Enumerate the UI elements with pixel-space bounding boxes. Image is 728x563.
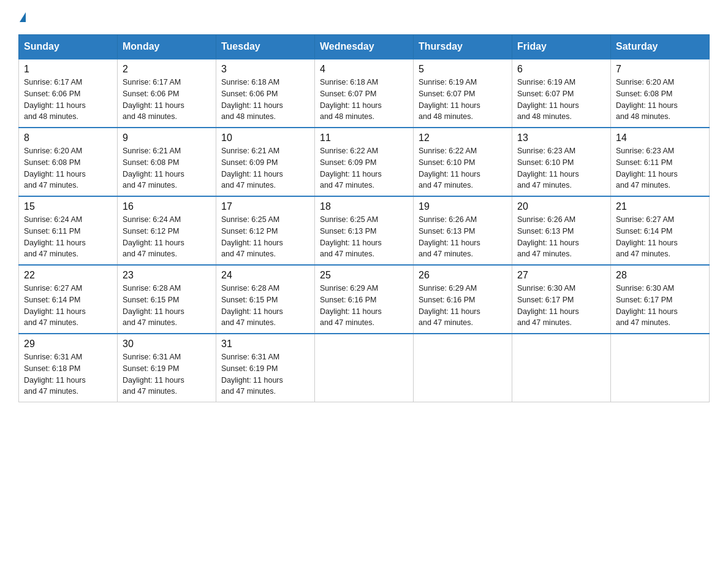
- calendar-cell: 8Sunrise: 6:20 AMSunset: 6:08 PMDaylight…: [19, 128, 118, 196]
- day-number: 5: [419, 64, 507, 75]
- calendar-cell: 10Sunrise: 6:21 AMSunset: 6:09 PMDayligh…: [216, 128, 315, 196]
- day-number: 27: [517, 270, 605, 281]
- logo: [18, 12, 26, 23]
- day-info: Sunrise: 6:31 AMSunset: 6:18 PMDaylight:…: [24, 351, 112, 397]
- day-number: 18: [320, 201, 408, 212]
- day-info: Sunrise: 6:28 AMSunset: 6:15 PMDaylight:…: [123, 283, 211, 329]
- day-info: Sunrise: 6:29 AMSunset: 6:16 PMDaylight:…: [419, 283, 507, 329]
- week-row-2: 8Sunrise: 6:20 AMSunset: 6:08 PMDaylight…: [19, 128, 710, 196]
- day-number: 17: [221, 201, 309, 212]
- day-info: Sunrise: 6:17 AMSunset: 6:06 PMDaylight:…: [24, 77, 112, 123]
- calendar-cell: 29Sunrise: 6:31 AMSunset: 6:18 PMDayligh…: [19, 334, 118, 402]
- day-number: 20: [517, 201, 605, 212]
- day-info: Sunrise: 6:23 AMSunset: 6:10 PMDaylight:…: [517, 145, 605, 191]
- day-info: Sunrise: 6:31 AMSunset: 6:19 PMDaylight:…: [123, 351, 211, 397]
- day-number: 1: [24, 64, 112, 75]
- day-number: 9: [123, 132, 211, 144]
- day-header-wednesday: Wednesday: [315, 35, 414, 59]
- calendar-cell: 23Sunrise: 6:28 AMSunset: 6:15 PMDayligh…: [118, 265, 216, 334]
- calendar-cell: 25Sunrise: 6:29 AMSunset: 6:16 PMDayligh…: [315, 265, 414, 334]
- day-info: Sunrise: 6:20 AMSunset: 6:08 PMDaylight:…: [616, 77, 704, 123]
- day-number: 12: [419, 132, 507, 144]
- day-header-monday: Monday: [118, 35, 216, 59]
- day-number: 6: [517, 64, 605, 75]
- day-info: Sunrise: 6:28 AMSunset: 6:15 PMDaylight:…: [221, 283, 309, 329]
- calendar-cell: 27Sunrise: 6:30 AMSunset: 6:17 PMDayligh…: [512, 265, 611, 334]
- day-info: Sunrise: 6:25 AMSunset: 6:13 PMDaylight:…: [320, 214, 408, 260]
- day-info: Sunrise: 6:19 AMSunset: 6:07 PMDaylight:…: [419, 77, 507, 123]
- day-number: 4: [320, 64, 408, 75]
- calendar-cell: 9Sunrise: 6:21 AMSunset: 6:08 PMDaylight…: [118, 128, 216, 196]
- calendar-cell: 28Sunrise: 6:30 AMSunset: 6:17 PMDayligh…: [611, 265, 710, 334]
- day-number: 16: [123, 201, 211, 212]
- calendar-cell: 30Sunrise: 6:31 AMSunset: 6:19 PMDayligh…: [118, 334, 216, 402]
- day-info: Sunrise: 6:23 AMSunset: 6:11 PMDaylight:…: [616, 145, 704, 191]
- day-info: Sunrise: 6:24 AMSunset: 6:12 PMDaylight:…: [123, 214, 211, 260]
- calendar-cell: 26Sunrise: 6:29 AMSunset: 6:16 PMDayligh…: [414, 265, 512, 334]
- day-number: 7: [616, 64, 704, 75]
- day-header-saturday: Saturday: [611, 35, 710, 59]
- calendar-cell: [414, 334, 512, 402]
- calendar-cell: 15Sunrise: 6:24 AMSunset: 6:11 PMDayligh…: [19, 196, 118, 265]
- day-number: 25: [320, 270, 408, 281]
- day-info: Sunrise: 6:30 AMSunset: 6:17 PMDaylight:…: [616, 283, 704, 329]
- day-number: 15: [24, 201, 112, 212]
- calendar-cell: 20Sunrise: 6:26 AMSunset: 6:13 PMDayligh…: [512, 196, 611, 265]
- calendar-cell: [611, 334, 710, 402]
- week-row-4: 22Sunrise: 6:27 AMSunset: 6:14 PMDayligh…: [19, 265, 710, 334]
- day-number: 23: [123, 270, 211, 281]
- calendar-cell: 13Sunrise: 6:23 AMSunset: 6:10 PMDayligh…: [512, 128, 611, 196]
- week-row-1: 1Sunrise: 6:17 AMSunset: 6:06 PMDaylight…: [19, 59, 710, 128]
- day-info: Sunrise: 6:21 AMSunset: 6:09 PMDaylight:…: [221, 145, 309, 191]
- calendar-cell: 2Sunrise: 6:17 AMSunset: 6:06 PMDaylight…: [118, 59, 216, 128]
- day-info: Sunrise: 6:19 AMSunset: 6:07 PMDaylight:…: [517, 77, 605, 123]
- day-header-sunday: Sunday: [19, 35, 118, 59]
- week-row-5: 29Sunrise: 6:31 AMSunset: 6:18 PMDayligh…: [19, 334, 710, 402]
- day-number: 11: [320, 132, 408, 144]
- day-number: 19: [419, 201, 507, 212]
- calendar-cell: 14Sunrise: 6:23 AMSunset: 6:11 PMDayligh…: [611, 128, 710, 196]
- calendar-cell: 31Sunrise: 6:31 AMSunset: 6:19 PMDayligh…: [216, 334, 315, 402]
- calendar-cell: 6Sunrise: 6:19 AMSunset: 6:07 PMDaylight…: [512, 59, 611, 128]
- calendar-cell: 3Sunrise: 6:18 AMSunset: 6:06 PMDaylight…: [216, 59, 315, 128]
- day-number: 26: [419, 270, 507, 281]
- day-number: 22: [24, 270, 112, 281]
- day-number: 28: [616, 270, 704, 281]
- day-number: 30: [123, 339, 211, 350]
- day-info: Sunrise: 6:24 AMSunset: 6:11 PMDaylight:…: [24, 214, 112, 260]
- day-number: 13: [517, 132, 605, 144]
- calendar-table: SundayMondayTuesdayWednesdayThursdayFrid…: [18, 34, 710, 402]
- day-header-thursday: Thursday: [414, 35, 512, 59]
- day-number: 31: [221, 339, 309, 350]
- calendar-cell: 21Sunrise: 6:27 AMSunset: 6:14 PMDayligh…: [611, 196, 710, 265]
- logo-triangle-icon: [20, 12, 26, 22]
- calendar-cell: 4Sunrise: 6:18 AMSunset: 6:07 PMDaylight…: [315, 59, 414, 128]
- day-info: Sunrise: 6:26 AMSunset: 6:13 PMDaylight:…: [419, 214, 507, 260]
- day-number: 2: [123, 64, 211, 75]
- day-number: 29: [24, 339, 112, 350]
- day-info: Sunrise: 6:27 AMSunset: 6:14 PMDaylight:…: [24, 283, 112, 329]
- day-info: Sunrise: 6:17 AMSunset: 6:06 PMDaylight:…: [123, 77, 211, 123]
- calendar-cell: 11Sunrise: 6:22 AMSunset: 6:09 PMDayligh…: [315, 128, 414, 196]
- day-number: 21: [616, 201, 704, 212]
- day-info: Sunrise: 6:21 AMSunset: 6:08 PMDaylight:…: [123, 145, 211, 191]
- day-info: Sunrise: 6:25 AMSunset: 6:12 PMDaylight:…: [221, 214, 309, 260]
- day-info: Sunrise: 6:31 AMSunset: 6:19 PMDaylight:…: [221, 351, 309, 397]
- calendar-cell: 22Sunrise: 6:27 AMSunset: 6:14 PMDayligh…: [19, 265, 118, 334]
- day-number: 3: [221, 64, 309, 75]
- day-info: Sunrise: 6:18 AMSunset: 6:07 PMDaylight:…: [320, 77, 408, 123]
- week-row-3: 15Sunrise: 6:24 AMSunset: 6:11 PMDayligh…: [19, 196, 710, 265]
- day-number: 24: [221, 270, 309, 281]
- day-header-friday: Friday: [512, 35, 611, 59]
- calendar-cell: 24Sunrise: 6:28 AMSunset: 6:15 PMDayligh…: [216, 265, 315, 334]
- day-number: 8: [24, 132, 112, 144]
- calendar-cell: 7Sunrise: 6:20 AMSunset: 6:08 PMDaylight…: [611, 59, 710, 128]
- calendar-cell: 5Sunrise: 6:19 AMSunset: 6:07 PMDaylight…: [414, 59, 512, 128]
- days-of-week-row: SundayMondayTuesdayWednesdayThursdayFrid…: [19, 35, 710, 59]
- calendar-cell: 12Sunrise: 6:22 AMSunset: 6:10 PMDayligh…: [414, 128, 512, 196]
- day-info: Sunrise: 6:22 AMSunset: 6:10 PMDaylight:…: [419, 145, 507, 191]
- page-header: [18, 12, 710, 23]
- day-header-tuesday: Tuesday: [216, 35, 315, 59]
- calendar-cell: 19Sunrise: 6:26 AMSunset: 6:13 PMDayligh…: [414, 196, 512, 265]
- calendar-cell: [512, 334, 611, 402]
